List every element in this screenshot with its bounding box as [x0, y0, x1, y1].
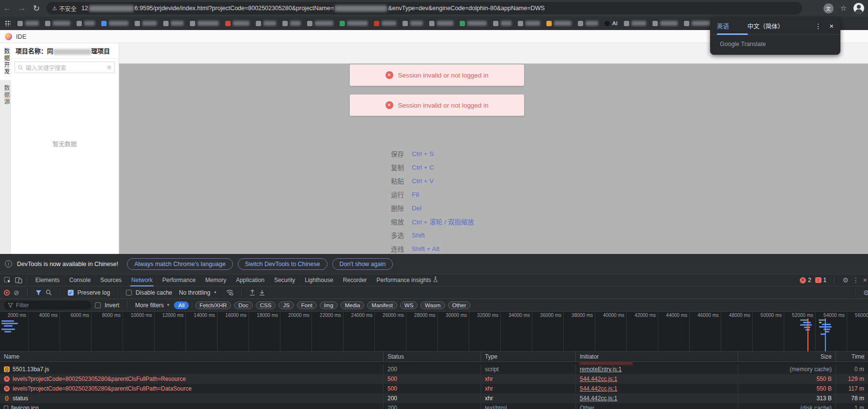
filter-chip-manifest[interactable]: Manifest: [367, 301, 397, 309]
translate-options-icon[interactable]: ⋮: [815, 22, 822, 30]
preserve-log-label[interactable]: Preserve log: [78, 289, 110, 296]
bookmark-item[interactable]: [652, 21, 678, 26]
devtools-tab-lighthouse[interactable]: Lighthouse: [300, 274, 338, 286]
always-match-language-button[interactable]: Always match Chrome's language: [127, 258, 233, 270]
filter-chip-fetch-xhr[interactable]: Fetch/XHR: [195, 301, 231, 309]
search-input[interactable]: 输入关键字搜索 ⚙: [15, 62, 115, 73]
record-network-log-icon[interactable]: [4, 290, 10, 296]
forward-icon[interactable]: →: [15, 3, 29, 13]
request-initiator[interactable]: remoteEntry.js:1: [575, 364, 738, 374]
invert-label[interactable]: Invert: [105, 302, 119, 309]
bookmark-item[interactable]: [624, 21, 646, 26]
bookmark-item[interactable]: [135, 21, 157, 26]
bookmark-item[interactable]: [578, 21, 598, 26]
bookmark-item[interactable]: [101, 21, 128, 26]
network-request-row[interactable]: ✕levels?projectCode=8002502305280&parent…: [0, 384, 868, 393]
request-initiator[interactable]: 544.442cc.js:1: [575, 393, 738, 403]
network-request-row[interactable]: favicon.ico200text/htmlOther(disk cache)…: [0, 403, 868, 409]
url-bar[interactable]: ⚠ 不安全 126:9595/prjdevide/index.html?proj…: [46, 2, 802, 15]
translate-icon[interactable]: 文: [823, 3, 834, 14]
filter-chip-img[interactable]: Img: [320, 301, 338, 309]
devtools-close-icon[interactable]: ×: [863, 276, 867, 284]
filter-chip-doc[interactable]: Doc: [234, 301, 252, 309]
devtools-menu-icon[interactable]: ⋮: [852, 276, 859, 284]
filter-chip-font[interactable]: Font: [297, 301, 317, 309]
filter-chip-wasm[interactable]: Wasm: [420, 301, 445, 309]
back-icon[interactable]: ←: [0, 3, 15, 13]
switch-devtools-chinese-button[interactable]: Switch DevTools to Chinese: [238, 258, 327, 270]
network-conditions-icon[interactable]: [226, 289, 233, 296]
filter-chip-css[interactable]: CSS: [256, 301, 276, 309]
bookmark-item[interactable]: [429, 21, 453, 26]
devtools-tab-memory[interactable]: Memory: [201, 274, 231, 286]
filter-chip-js[interactable]: JS: [279, 301, 294, 309]
vtab-data-source[interactable]: 数据源: [0, 80, 11, 110]
devtools-tab-performance-insights[interactable]: Performance insights: [372, 274, 443, 286]
filter-chip-other[interactable]: Other: [448, 301, 471, 309]
column-header-size[interactable]: Size: [738, 352, 836, 362]
bookmark-item[interactable]: [45, 21, 70, 26]
import-har-icon[interactable]: [249, 289, 255, 296]
devtools-tab-recorder[interactable]: Recorder: [338, 274, 372, 286]
more-filters-button[interactable]: More filters ▼: [135, 302, 170, 309]
devtools-settings-icon[interactable]: ⚙: [842, 276, 849, 284]
bookmark-item[interactable]: [307, 21, 333, 26]
devtools-tab-performance[interactable]: Performance: [157, 274, 201, 286]
devtools-tab-network[interactable]: Network: [126, 274, 157, 286]
network-request-row[interactable]: {}5501.13ba7.js200scriptremoteEntry.js:1…: [0, 364, 868, 374]
devtools-tab-console[interactable]: Console: [64, 274, 95, 286]
preserve-log-checkbox[interactable]: ✓: [68, 290, 74, 296]
bookmark-item[interactable]: [374, 21, 396, 26]
bookmark-item[interactable]: [403, 21, 423, 26]
network-settings-icon[interactable]: ⚙: [863, 289, 868, 297]
disable-cache-checkbox[interactable]: [126, 290, 132, 296]
profile-avatar[interactable]: [853, 3, 864, 14]
security-label[interactable]: 不安全: [59, 4, 77, 13]
translate-tab-english[interactable]: 英语: [717, 21, 729, 31]
filter-input[interactable]: Filter: [4, 301, 91, 310]
bookmark-item[interactable]: [190, 21, 219, 26]
bookmark-item[interactable]: [77, 21, 95, 26]
network-request-row[interactable]: {}status200xhr544.442cc.js:1313 B78 m: [0, 393, 868, 403]
filter-toggle-icon[interactable]: [35, 290, 42, 296]
network-search-icon[interactable]: [46, 289, 52, 296]
bookmark-item[interactable]: [256, 21, 276, 26]
dont-show-again-button[interactable]: Don't show again: [332, 258, 393, 270]
translate-close-icon[interactable]: ×: [829, 22, 834, 30]
inspect-element-icon[interactable]: [4, 277, 11, 283]
translate-tab-chinese[interactable]: 中文（简体）: [747, 21, 784, 31]
bookmark-item[interactable]: [518, 21, 540, 26]
export-har-icon[interactable]: [259, 289, 265, 296]
apps-grid-icon[interactable]: [5, 20, 11, 26]
bookmark-star-icon[interactable]: ☆: [840, 4, 847, 13]
column-header-status[interactable]: Status: [383, 352, 480, 362]
column-header-type[interactable]: Type: [480, 352, 575, 362]
bookmark-item[interactable]: [225, 21, 249, 26]
filter-chip-media[interactable]: Media: [341, 301, 364, 309]
table-header-menu-icon[interactable]: ⋮: [861, 353, 867, 360]
vtab-data-development[interactable]: 数据开发: [0, 43, 11, 80]
search-settings-icon[interactable]: ⚙: [107, 64, 111, 71]
devtools-tab-sources[interactable]: Sources: [95, 274, 126, 286]
throttling-select[interactable]: No throttling ▼: [179, 289, 217, 296]
invert-checkbox[interactable]: [95, 302, 101, 308]
network-request-row[interactable]: ✕levels?projectCode=8002502305280&parent…: [0, 374, 868, 384]
reload-icon[interactable]: ↻: [29, 3, 44, 14]
device-toolbar-icon[interactable]: [15, 277, 22, 283]
column-header-initiator[interactable]: Initiator: [575, 352, 738, 362]
bookmark-item[interactable]: [282, 21, 301, 26]
console-error-count[interactable]: ✕2: [800, 277, 811, 283]
column-header-name[interactable]: Name: [0, 352, 383, 362]
bookmark-item[interactable]: [460, 21, 487, 26]
bookmark-item[interactable]: [493, 21, 512, 26]
devtools-tab-security[interactable]: Security: [269, 274, 300, 286]
bookmark-item[interactable]: [163, 21, 184, 26]
filter-chip-all[interactable]: All: [174, 301, 189, 309]
clear-network-log-icon[interactable]: ⊘: [14, 289, 19, 297]
filter-chip-ws[interactable]: WS: [400, 301, 418, 309]
bookmark-item[interactable]: [340, 21, 368, 26]
network-overview-timeline[interactable]: 2000 ms4000 ms6000 ms8000 ms10000 ms1200…: [0, 312, 868, 352]
disable-cache-label[interactable]: Disable cache: [136, 289, 172, 296]
request-initiator[interactable]: 544.442cc.js:1: [575, 374, 738, 384]
bookmark-item[interactable]: [684, 21, 711, 26]
